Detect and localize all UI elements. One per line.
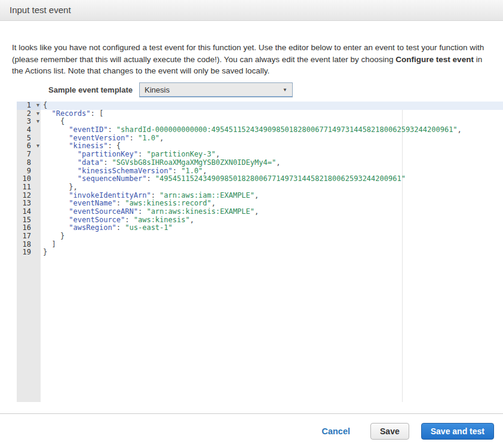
intro-text: It looks like you have not configured a … — [12, 42, 490, 77]
code-line: "data": "SGVsbG8sIHRoaXMgaXMgYSB0ZXN0IDE… — [41, 159, 503, 167]
code-line: "kinesisSchemaVersion": "1.0", — [41, 167, 503, 176]
line-number: 7 — [17, 151, 41, 159]
sample-template-row: Sample event template Kinesis ▼ — [12, 82, 293, 97]
fold-icon[interactable]: ▾ — [36, 101, 39, 109]
code-line: "kinesis": { — [41, 142, 503, 151]
selected-template-value: Kinesis — [140, 85, 170, 94]
code-line: "eventSourceARN": "arn:aws:kinesis:EXAMP… — [41, 208, 503, 216]
line-number: 2▾ — [17, 110, 41, 118]
cancel-button[interactable]: Cancel — [321, 426, 350, 436]
code-line: { — [41, 102, 503, 110]
editor-gutter: 1▾2▾3▾456▾78910111213141516171819 — [17, 102, 41, 402]
line-number: 12 — [17, 192, 41, 200]
line-number: 1▾ — [17, 102, 41, 110]
line-number: 6▾ — [17, 142, 41, 151]
code-line: } — [41, 232, 503, 241]
sample-template-label: Sample event template — [12, 85, 133, 94]
line-number: 15 — [17, 216, 41, 225]
code-line: "awsRegion": "us-east-1" — [41, 224, 503, 232]
line-number: 11 — [17, 183, 41, 192]
code-line: }, — [41, 183, 503, 192]
line-number: 13 — [17, 200, 41, 208]
page-title: Input test event — [10, 5, 71, 15]
code-line: "eventName": "aws:kinesis:record", — [41, 200, 503, 208]
code-line: "Records": [ — [41, 110, 503, 118]
fold-icon[interactable]: ▾ — [36, 109, 39, 118]
line-number: 14 — [17, 208, 41, 216]
line-number: 18 — [17, 241, 41, 249]
code-line: "eventID": "shardId-000000000000:4954511… — [41, 126, 503, 134]
dialog-header: Input test event — [0, 0, 503, 21]
line-number: 4 — [17, 126, 41, 134]
dialog-footer: Cancel Save Save and test — [0, 413, 503, 448]
save-and-test-button[interactable]: Save and test — [421, 423, 494, 440]
line-number: 8 — [17, 159, 41, 167]
save-button[interactable]: Save — [370, 423, 409, 440]
event-json-editor[interactable]: 1▾2▾3▾456▾78910111213141516171819 { "Rec… — [17, 102, 503, 402]
line-number: 9 — [17, 167, 41, 176]
line-number: 5 — [17, 134, 41, 143]
code-line: "invokeIdentityArn": "arn:aws:iam::EXAMP… — [41, 192, 503, 200]
code-line: "eventSource": "aws:kinesis", — [41, 216, 503, 225]
code-line: { — [41, 118, 503, 126]
chevron-down-icon: ▼ — [283, 88, 287, 93]
sample-event-template-select[interactable]: Kinesis ▼ — [139, 82, 293, 97]
code-line: "sequenceNumber": "495451152434909850182… — [41, 175, 503, 183]
editor-code[interactable]: { "Records": [ { "eventID": "shardId-000… — [41, 102, 503, 402]
code-line: "partitionKey": "partitionKey-3", — [41, 151, 503, 159]
fold-icon[interactable]: ▾ — [36, 142, 39, 150]
line-number: 16 — [17, 224, 41, 232]
code-line: ] — [41, 241, 503, 249]
line-number: 17 — [17, 232, 41, 241]
code-line: "eventVersion": "1.0", — [41, 134, 503, 143]
fold-icon[interactable]: ▾ — [36, 117, 39, 125]
intro-text-bold: Configure test event — [395, 55, 474, 64]
line-number: 19 — [17, 248, 41, 257]
code-line: } — [41, 248, 503, 257]
line-number: 10 — [17, 175, 41, 183]
line-number: 3▾ — [17, 118, 41, 126]
